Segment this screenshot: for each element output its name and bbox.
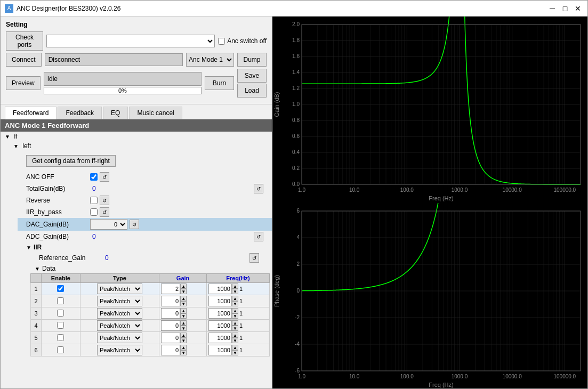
connect-button[interactable]: Connect bbox=[6, 53, 42, 67]
adc-gain-undo[interactable]: ↺ bbox=[254, 232, 263, 241]
enable-checkbox[interactable] bbox=[57, 310, 64, 317]
freq-input[interactable] bbox=[208, 333, 232, 343]
freq-up-btn[interactable]: ▲ bbox=[232, 296, 238, 301]
gain-input[interactable] bbox=[161, 333, 180, 343]
minimize-button[interactable]: ─ bbox=[547, 3, 558, 14]
gain-up-btn[interactable]: ▲ bbox=[180, 296, 187, 301]
row-enable bbox=[42, 307, 80, 320]
freq-up-btn[interactable]: ▲ bbox=[232, 345, 238, 350]
gain-input[interactable] bbox=[161, 296, 180, 306]
gain-down-btn[interactable]: ▼ bbox=[180, 350, 187, 355]
anc-switch-label: Anc switch off bbox=[218, 37, 267, 45]
row-num: 3 bbox=[31, 307, 42, 320]
ff-collapse-arrow[interactable]: ▼ bbox=[5, 134, 10, 140]
tab-feedforward[interactable]: Feedforward bbox=[5, 107, 57, 119]
gain-input[interactable] bbox=[161, 283, 180, 294]
row-enable bbox=[42, 320, 80, 332]
freq-down-btn[interactable]: ▼ bbox=[232, 301, 238, 306]
tab-feedback[interactable]: Feedback bbox=[58, 107, 102, 119]
gain-down-btn[interactable]: ▼ bbox=[180, 301, 187, 306]
type-select[interactable]: Peak/Notch bbox=[97, 345, 142, 355]
anc-switch-checkbox[interactable] bbox=[218, 38, 225, 45]
freq-up-btn[interactable]: ▲ bbox=[232, 333, 238, 338]
anc-mode-select[interactable]: Anc Mode 1 bbox=[186, 53, 234, 67]
enable-checkbox[interactable] bbox=[57, 322, 64, 329]
preview-button[interactable]: Preview bbox=[6, 76, 41, 90]
get-config-button[interactable]: Get config data from ff-right bbox=[26, 155, 116, 167]
row-type: Peak/Notch bbox=[80, 332, 159, 344]
freq-down-btn[interactable]: ▼ bbox=[232, 289, 238, 294]
dump-button[interactable]: Dump bbox=[237, 53, 267, 67]
close-button[interactable]: ✕ bbox=[573, 3, 583, 14]
type-select[interactable]: Peak/Notch bbox=[97, 333, 142, 343]
gain-input[interactable] bbox=[161, 320, 180, 331]
anc-mode-header: ANC Mode 1 Feedforward bbox=[1, 119, 272, 132]
type-select[interactable]: Peak/Notch bbox=[97, 296, 142, 306]
tab-eq[interactable]: EQ bbox=[103, 107, 128, 119]
enable-checkbox[interactable] bbox=[57, 334, 64, 341]
save-button[interactable]: Save bbox=[237, 69, 267, 83]
dac-gain-select[interactable]: 0 bbox=[90, 219, 127, 230]
ref-gain-undo[interactable]: ↺ bbox=[249, 253, 259, 263]
row-freq: ▲ ▼ 1 bbox=[206, 295, 269, 307]
freq-down-btn[interactable]: ▼ bbox=[232, 313, 238, 319]
freq-input[interactable] bbox=[208, 320, 232, 331]
total-gain-undo[interactable]: ↺ bbox=[254, 184, 263, 193]
freq-input[interactable] bbox=[208, 345, 232, 355]
gain-down-btn[interactable]: ▼ bbox=[180, 338, 187, 343]
row-enable bbox=[42, 332, 80, 344]
enable-checkbox[interactable] bbox=[57, 297, 64, 304]
progress-bar: 0% bbox=[44, 87, 202, 94]
reverse-label: Reverse bbox=[26, 197, 90, 204]
enable-checkbox[interactable] bbox=[57, 285, 64, 292]
freq-input[interactable] bbox=[208, 283, 232, 294]
anc-off-label: ANC OFF bbox=[26, 173, 90, 181]
gain-up-btn[interactable]: ▲ bbox=[180, 320, 187, 326]
type-select[interactable]: Peak/Notch bbox=[97, 308, 142, 319]
port-select[interactable] bbox=[46, 35, 215, 47]
freq-up-btn[interactable]: ▲ bbox=[232, 308, 238, 313]
left-collapse-arrow[interactable]: ▼ bbox=[13, 143, 19, 149]
enable-checkbox[interactable] bbox=[57, 346, 64, 353]
gain-down-btn[interactable]: ▼ bbox=[180, 313, 187, 319]
freq-input[interactable] bbox=[208, 296, 232, 306]
gain-up-btn[interactable]: ▲ bbox=[180, 308, 187, 313]
row-type: Peak/Notch bbox=[80, 344, 159, 356]
type-select[interactable]: Peak/Notch bbox=[97, 320, 142, 331]
row-gain: ▲ ▼ bbox=[159, 320, 207, 332]
gain-input[interactable] bbox=[161, 345, 180, 355]
freq-input[interactable] bbox=[208, 308, 232, 319]
gain-up-btn[interactable]: ▲ bbox=[180, 345, 187, 350]
type-select[interactable]: Peak/Notch bbox=[97, 283, 142, 294]
gain-up-btn[interactable]: ▲ bbox=[180, 283, 187, 289]
iir-label: IIR bbox=[34, 244, 42, 251]
load-button[interactable]: Load bbox=[237, 84, 267, 98]
adc-gain-value: 0 bbox=[92, 233, 96, 240]
freq-down-btn[interactable]: ▼ bbox=[232, 338, 238, 343]
dac-gain-undo[interactable]: ↺ bbox=[130, 220, 139, 229]
gain-input[interactable] bbox=[161, 308, 180, 319]
freq-up-btn[interactable]: ▲ bbox=[232, 283, 238, 289]
reverse-undo[interactable]: ↺ bbox=[100, 196, 109, 205]
data-collapse-arrow[interactable]: ▼ bbox=[35, 266, 40, 272]
maximize-button[interactable]: □ bbox=[560, 3, 570, 14]
row-gain: ▲ ▼ bbox=[159, 332, 207, 344]
gain-down-btn[interactable]: ▼ bbox=[180, 326, 187, 331]
gain-up-btn[interactable]: ▲ bbox=[180, 333, 187, 338]
extra-val: 1 bbox=[238, 298, 244, 304]
freq-down-btn[interactable]: ▼ bbox=[232, 350, 238, 355]
tab-musiccancel[interactable]: Music cancel bbox=[129, 107, 182, 119]
iir-bypass-undo[interactable]: ↺ bbox=[100, 207, 109, 217]
anc-off-undo[interactable]: ↺ bbox=[100, 172, 109, 182]
row-num: 5 bbox=[31, 332, 42, 344]
burn-button[interactable]: Burn bbox=[205, 76, 234, 90]
reverse-checkbox[interactable] bbox=[90, 197, 98, 204]
freq-up-btn[interactable]: ▲ bbox=[232, 320, 238, 326]
gain-down-btn[interactable]: ▼ bbox=[180, 289, 187, 294]
row-num: 1 bbox=[31, 283, 42, 295]
iir-collapse-arrow[interactable]: ▼ bbox=[26, 245, 31, 250]
anc-off-checkbox[interactable] bbox=[90, 173, 98, 181]
freq-down-btn[interactable]: ▼ bbox=[232, 326, 238, 331]
row-freq: ▲ ▼ 1 bbox=[206, 320, 269, 332]
iir-bypass-checkbox[interactable] bbox=[90, 208, 98, 216]
